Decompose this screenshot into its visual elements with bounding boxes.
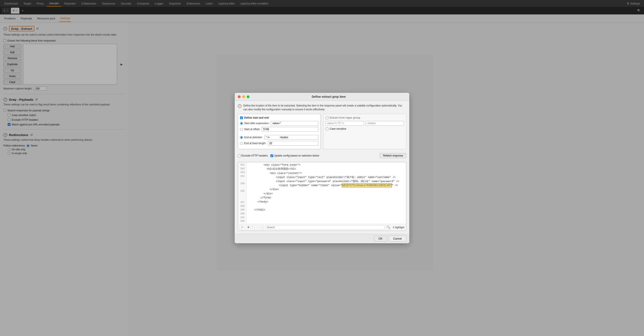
start-offset-label: Start at offset: — [244, 128, 260, 131]
code-viewer: 251 252 253 254 255 256 257 258 — [238, 162, 406, 231]
start-after-row: Start after expression: — [240, 121, 318, 126]
define-start-end-checkbox-row: Define start and end — [240, 116, 318, 119]
code-content-area: 251 252 253 254 255 256 257 258 — [238, 162, 406, 224]
end-fixed-label: End at fixed length: — [244, 142, 266, 145]
extract-regex-checkbox-row: Extract from regex group — [326, 116, 404, 119]
modal-title: Define extract grep item — [251, 95, 406, 98]
cancel-button[interactable]: Cancel — [389, 236, 406, 241]
code-back-icon[interactable]: ← — [252, 225, 257, 230]
extract-regex-checkbox[interactable] — [326, 117, 328, 119]
modal-overlay: Define extract grep item ? Define the lo… — [0, 22, 644, 336]
start-after-radio[interactable] — [240, 122, 243, 125]
exclude-http-label-modal: Exclude HTTP headers — [238, 154, 268, 157]
start-offset-input[interactable] — [262, 127, 318, 132]
end-delimiter-input[interactable] — [264, 135, 318, 140]
case-sensitive-extract-label: Case sensitive — [330, 127, 346, 130]
regex-expression-input[interactable] — [326, 121, 364, 126]
start-offset-radio[interactable] — [240, 128, 243, 131]
end-fixed-radio[interactable] — [240, 142, 243, 145]
refetch-response-button[interactable]: Refetch response — [380, 153, 406, 158]
define-start-end-label: Define start and end — [244, 116, 269, 119]
start-after-label: Start after expression: — [244, 122, 269, 125]
exclude-http-modal-text: Exclude HTTP headers — [242, 154, 268, 157]
end-delimiter-radio[interactable] — [240, 136, 243, 139]
modal-help-icon[interactable]: ? — [238, 104, 242, 108]
modal-desc-text: Define the location of the item to be ex… — [243, 104, 406, 111]
define-start-end-checkbox[interactable] — [240, 117, 243, 119]
code-toolbar: ? ⚙ ← → 🔍 1 highlight — [238, 224, 406, 231]
case-sensitive-extract-row: Case sensitive — [326, 127, 404, 130]
code-settings-icon[interactable]: ⚙ — [246, 225, 251, 230]
modal-footer: OK Cancel — [235, 234, 409, 243]
extract-regex-label: Extract from regex group — [330, 116, 360, 119]
code-help-icon[interactable]: ? — [240, 225, 244, 230]
update-config-text: Update config based on selection below — [274, 154, 319, 157]
traffic-light-green[interactable] — [247, 95, 250, 98]
exclude-http-modal-checkbox[interactable] — [238, 154, 240, 157]
code-lines: <div class="form-inner"> <h2>后台管理系统</h2>… — [246, 162, 406, 224]
code-search-input[interactable] — [265, 225, 384, 230]
modal-body: ? Define the location of the item to be … — [235, 101, 409, 234]
define-start-end-panel: Define start and end Start after express… — [238, 114, 321, 149]
end-delimiter-row: End at delimiter: — [240, 135, 318, 140]
modal-dialog: Define extract grep item ? Define the lo… — [234, 93, 410, 243]
highlighted-value: d9107d75143adca7838d492cb663c467 — [342, 183, 392, 187]
case-sensitive-extract-checkbox[interactable] — [326, 128, 328, 130]
code-search-icon[interactable]: 🔍 — [386, 225, 391, 230]
code-forward-icon[interactable]: → — [259, 225, 264, 230]
update-config-checkbox[interactable] — [270, 154, 273, 157]
start-offset-row: Start at offset: — [240, 127, 318, 132]
extract-regex-panel: Extract from regex group Case sensitive — [323, 114, 406, 149]
highlight-count: 1 highlight — [392, 226, 404, 229]
refetch-row: Exclude HTTP headers Update config based… — [238, 152, 406, 160]
regex-button-input[interactable] — [366, 121, 404, 126]
modal-description: ? Define the location of the item to be … — [238, 104, 406, 111]
end-fixed-input[interactable] — [268, 141, 318, 146]
ok-button[interactable]: OK — [374, 236, 387, 241]
modal-titlebar: Define extract grep item — [235, 93, 409, 101]
main-content: ? Grep - Extract ↺ These settings can be… — [0, 22, 644, 336]
traffic-light-red[interactable] — [238, 95, 240, 98]
define-area: Define start and end Start after express… — [238, 114, 406, 149]
traffic-light-yellow[interactable] — [242, 95, 245, 98]
line-numbers: 251 252 253 254 255 256 257 258 — [238, 162, 246, 224]
end-fixed-row: End at fixed length: — [240, 141, 318, 146]
update-config-label: Update config based on selection below — [270, 154, 319, 157]
start-after-input[interactable] — [271, 121, 318, 126]
end-delimiter-label: End at delimiter: — [244, 136, 263, 139]
